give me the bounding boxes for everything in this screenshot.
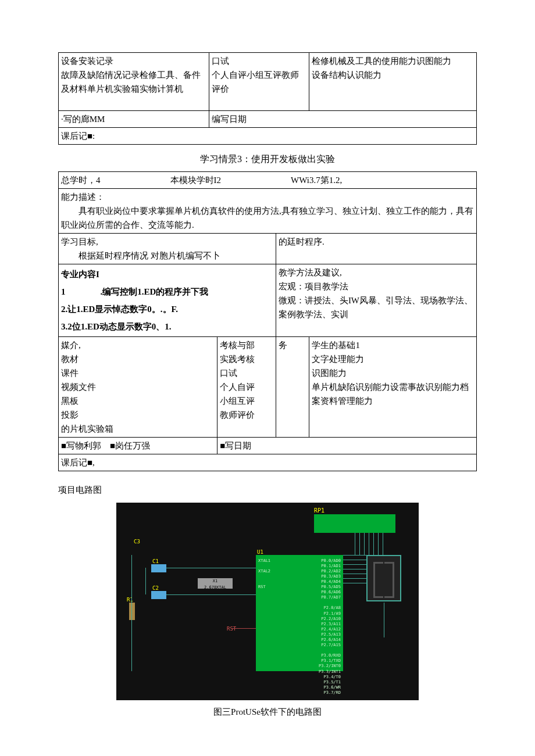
chip-left-pins: XTAL1 XTAL2 RST	[258, 558, 270, 680]
table-row: 能力描述： 具有职业岗位中要求掌握单片机仿真软件的使用方法,具有独立学习、独立计…	[59, 188, 477, 233]
table-installation: 设备安装记录 故障及缺陷情况记录检修工具、备件及材料单片机实验箱实物计算机 口试…	[58, 52, 477, 145]
capacitor-c2	[151, 591, 166, 599]
wire	[233, 628, 256, 629]
cell-teaching-method: 教学方法及建议, 宏观：项目教学法 微观：讲授法、头IW风暴、引导法、现场教学法…	[276, 264, 476, 336]
cell-assessment: 考核与部 实践考核 口试 个人自评 小组互评 教师评价	[217, 336, 276, 437]
table-row: 课后记■:	[59, 128, 477, 145]
cell: ■写物利郭 ■岗任万强	[59, 437, 217, 454]
content-title: 专业内容I	[61, 266, 273, 283]
figure-caption: 图三ProtUSe软件下的电路图	[58, 705, 477, 719]
cell: 课后记■:	[59, 128, 477, 145]
wire	[359, 533, 360, 555]
cell: 课后记■,	[59, 454, 477, 471]
cell: ·写的廊MM	[59, 111, 209, 128]
circuit-diagram: RP1 U1 XTAL1 XTAL2 RST P0.0/AD0 P0.1/AD1…	[116, 503, 419, 700]
wire	[343, 564, 366, 565]
content-item: 3.2位1.ED动态显示数字0、1.	[61, 318, 273, 335]
cell-media: 媒介, 教材 课件 视频文件 黑板 投影 的片机实验箱	[59, 336, 217, 437]
x1-sub: 2.678XTAL	[198, 585, 233, 591]
chip-right-pins: P0.0/AD0 P0.1/AD1 P0.2/AD2 P0.3/AD3 P0.4…	[319, 558, 341, 696]
rp-block	[314, 514, 395, 533]
cell-student-basics: 学生的基础1 文字处理能力 识图能力 单片机缺陷识别能力设需事故识别能力档案资料…	[309, 336, 477, 437]
wire	[343, 578, 366, 579]
cell-professional-content: 专业内容I 1 .编写控制1.ED的程序并下我 2.让1.ED显示悼态数字0。.…	[59, 264, 276, 336]
wire	[343, 569, 366, 569]
wire	[343, 574, 366, 574]
resistor-r1	[129, 603, 135, 620]
cell: 能力描述： 具有职业岗位中要求掌握单片机仿真软件的使用方法,具有独立学习、独立计…	[59, 188, 477, 233]
chip-mcu: XTAL1 XTAL2 RST P0.0/AD0 P0.1/AD1 P0.2/A…	[256, 555, 343, 671]
cell: ■写日期	[217, 437, 477, 454]
wire	[383, 533, 383, 555]
cell: 务	[276, 336, 309, 437]
cell: 检修机械及工具的使用能力识图能力 设备结构认识能力	[309, 53, 477, 111]
wire	[378, 533, 379, 555]
table-row: 总学时，4 本模块学时I2 WWi3.7第1.2,	[59, 171, 477, 188]
image-section-title: 项目电路图	[58, 483, 477, 497]
wire	[355, 533, 355, 555]
wire	[343, 555, 366, 556]
wire	[343, 560, 366, 560]
wire	[166, 594, 256, 595]
capacitor-c1	[151, 564, 166, 572]
content-item: 2.让1.ED显示悼态数字0。.。F.	[61, 300, 273, 318]
table-row: ■写物利郭 ■岗任万强 ■写日期	[59, 437, 477, 454]
wire	[364, 533, 365, 555]
wire	[145, 568, 146, 594]
wire	[131, 555, 132, 671]
table-row: ·写的廊MM 编写日期	[59, 111, 477, 128]
table-row: 课后记■,	[59, 454, 477, 471]
content-item: 1 .编写控制1.ED的程序并下我	[61, 283, 273, 300]
cell: 总学时，4 本模块学时I2 WWi3.7第1.2,	[59, 171, 477, 188]
cell: 的廷时程序.	[276, 233, 476, 264]
wire	[384, 603, 384, 637]
wire	[369, 533, 369, 555]
x1-label: X1	[198, 578, 233, 585]
table-learning-scenario: 总学时，4 本模块学时I2 WWi3.7第1.2, 能力描述： 具有职业岗位中要…	[58, 171, 477, 471]
section-title: 学习情景3：使用开发板做出实验	[58, 152, 477, 167]
table-row: 学习目标, 根据延时程序情况 对胞片机编写不卜 的廷时程序.	[59, 233, 477, 264]
wire	[343, 583, 366, 583]
table-row: 媒介, 教材 课件 视频文件 黑板 投影 的片机实验箱 考核与部 实践考核 口试…	[59, 336, 477, 437]
cell: 设备安装记录 故障及缺陷情况记录检修工具、备件及材料单片机实验箱实物计算机	[59, 53, 209, 111]
cell: 口试 个人自评小组互评教师评价	[209, 53, 309, 111]
seven-segment-display	[366, 555, 401, 601]
cell: 学习目标, 根据延时程序情况 对胞片机编写不卜	[59, 233, 276, 264]
cell: 编写日期	[209, 111, 476, 128]
rst-label: RST	[227, 625, 236, 633]
wire	[166, 568, 256, 568]
crystal-x1: X1 2.678XTAL	[198, 578, 233, 589]
table-row: 专业内容I 1 .编写控制1.ED的程序并下我 2.让1.ED显示悼态数字0。.…	[59, 264, 477, 336]
wire	[373, 533, 374, 555]
table-row: 设备安装记录 故障及缺陷情况记录检修工具、备件及材料单片机实验箱实物计算机 口试…	[59, 53, 477, 111]
c3-label: C3	[134, 538, 140, 546]
